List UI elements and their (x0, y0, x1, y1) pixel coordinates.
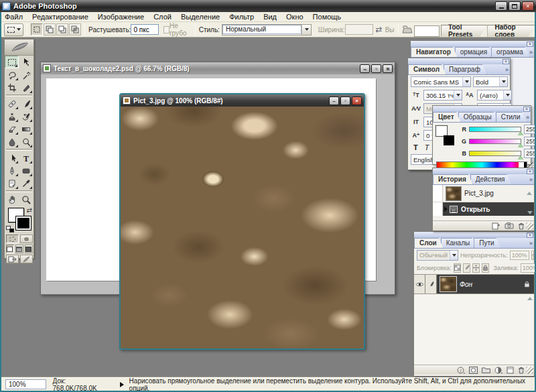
delete-state-button[interactable] (518, 222, 525, 230)
menu-file[interactable]: Файл (0, 13, 27, 21)
layer-row-background[interactable]: Фон (414, 274, 534, 294)
tab-history[interactable]: История (433, 174, 473, 184)
style-select[interactable]: Нормальный (222, 24, 312, 36)
menu-image[interactable]: Изображение (93, 13, 149, 21)
chocolate-image[interactable] (121, 107, 364, 348)
fill-value[interactable]: 100% (521, 263, 536, 273)
history-state-row[interactable]: Открыть (433, 202, 534, 216)
history-snapshot-row[interactable]: Pict_3.jpg (433, 185, 534, 202)
layer-style-button[interactable]: f (457, 367, 465, 374)
fullscreen-menubar-button[interactable] (15, 245, 23, 253)
font-size-select[interactable]: 306.15 тч (423, 90, 462, 101)
menu-filter[interactable]: Фильтр (224, 13, 259, 21)
quick-mask-button[interactable] (20, 235, 33, 243)
blue-slider[interactable] (469, 151, 521, 156)
tool-pen[interactable] (5, 164, 19, 177)
tool-eraser[interactable] (5, 123, 19, 135)
close-icon[interactable]: × (503, 59, 509, 64)
doc-restore-button[interactable]: ▫ (371, 64, 381, 73)
document-window-jpg[interactable]: Pict_3.jpg @ 100% (RGB/8#) – ▫ × (119, 93, 365, 350)
faux-italic-button[interactable]: T (425, 143, 429, 151)
panel-menu-icon[interactable]: » (529, 176, 532, 183)
tool-move[interactable] (19, 56, 33, 68)
tool-magic-wand[interactable] (19, 68, 33, 81)
panel-menu-icon[interactable]: » (529, 240, 532, 247)
menu-edit[interactable]: Редактирование (27, 13, 93, 21)
layers-header[interactable]: × (414, 232, 534, 238)
doc2-close-button[interactable]: × (352, 96, 362, 105)
doc2-minimize-button[interactable]: – (329, 96, 339, 105)
tool-gradient[interactable] (19, 123, 33, 135)
lock-position-button[interactable] (472, 263, 480, 273)
opacity-value[interactable]: 100% (510, 251, 529, 260)
history-source-cell[interactable] (433, 202, 443, 216)
minimize-button[interactable] (495, 1, 507, 11)
default-colors-icon[interactable] (6, 226, 14, 233)
red-slider[interactable] (469, 127, 521, 132)
menu-window[interactable]: Окно (281, 13, 308, 21)
slider-marker[interactable] (518, 155, 523, 159)
blend-mode-select[interactable]: Обычный (417, 250, 458, 261)
lock-pixels-button[interactable] (463, 263, 470, 273)
tool-dodge[interactable] (19, 135, 33, 148)
font-style-select[interactable]: Bold (473, 76, 508, 87)
history-source-cell[interactable] (433, 185, 443, 202)
swap-colors-icon[interactable]: ⇄ (27, 206, 32, 214)
background-color-swatch[interactable] (444, 135, 454, 145)
tab-channels[interactable]: Каналы (441, 238, 477, 248)
adjustment-layer-button[interactable] (494, 367, 503, 374)
doc-minimize-button[interactable]: – (360, 64, 370, 73)
layer-thumbnail[interactable] (440, 276, 457, 292)
resize-grip[interactable] (526, 367, 533, 374)
new-snapshot-button[interactable] (505, 222, 514, 229)
navigator-header[interactable]: × (411, 41, 534, 47)
tool-lasso[interactable] (5, 68, 19, 81)
scroll-up-icon[interactable] (527, 192, 532, 195)
tool-preset-button[interactable] (4, 23, 23, 36)
chevron-down-icon[interactable] (302, 25, 311, 35)
maximize-button[interactable] (509, 1, 521, 11)
character-header[interactable]: × (408, 58, 510, 64)
new-document-from-state-button[interactable] (492, 222, 500, 230)
swap-dimensions-icon[interactable]: ⇄ (376, 25, 383, 34)
status-doc-size[interactable]: Док: 768.0K/768.0K (53, 377, 111, 392)
document-title-bar[interactable]: Текст_в_шоколаде2.psd @ 66.7% (RGB/8) – … (41, 62, 395, 74)
tool-path-select[interactable] (5, 151, 19, 164)
menu-layer[interactable]: Слой (149, 13, 176, 21)
background-color-swatch[interactable] (15, 216, 31, 231)
tab-color[interactable]: Цвет (433, 112, 461, 122)
delete-layer-button[interactable] (518, 367, 525, 374)
close-button[interactable]: × (522, 1, 534, 11)
tab-paths[interactable]: Пути (474, 238, 500, 248)
close-icon[interactable]: × (527, 233, 533, 238)
document-title-bar-active[interactable]: Pict_3.jpg @ 100% (RGB/8#) – ▫ × (121, 94, 364, 107)
antialias-checkbox[interactable] (163, 26, 170, 34)
tab-swatches[interactable]: Образцы (458, 112, 498, 122)
close-icon[interactable]: × (523, 107, 530, 112)
tab-layers[interactable]: Слои (414, 238, 444, 248)
subtract-selection-button[interactable] (56, 23, 68, 36)
panel-menu-icon[interactable]: » (529, 49, 532, 56)
scroll-down-icon[interactable] (527, 211, 533, 214)
standard-mode-button[interactable] (6, 235, 19, 243)
width-input[interactable] (345, 24, 373, 35)
feather-input[interactable] (131, 24, 159, 35)
doc-close-button[interactable]: × (383, 64, 393, 73)
tab-styles[interactable]: Стили (496, 112, 527, 122)
leading-select[interactable]: (Авто) (477, 90, 512, 101)
tab-navigator[interactable]: Навигатор (411, 47, 458, 57)
history-header[interactable]: × (433, 168, 534, 174)
close-icon[interactable]: × (527, 42, 533, 47)
title-bar[interactable]: Adobe Photoshop × (0, 0, 536, 12)
well-tab-tool-presets[interactable]: Tool Presets (441, 25, 487, 37)
tool-healing-brush[interactable] (5, 97, 19, 110)
tool-brush[interactable] (19, 97, 33, 110)
tool-shape[interactable] (19, 164, 33, 177)
tab-histogram[interactable]: ограмма (491, 47, 530, 57)
menu-help[interactable]: Помощь (308, 13, 346, 21)
tool-clone-stamp[interactable] (5, 110, 19, 123)
panel-menu-icon[interactable]: » (526, 114, 529, 121)
font-family-select[interactable]: Comic Sans MS (411, 76, 471, 87)
slider-marker[interactable] (518, 143, 523, 147)
add-layer-mask-button[interactable] (469, 367, 478, 374)
